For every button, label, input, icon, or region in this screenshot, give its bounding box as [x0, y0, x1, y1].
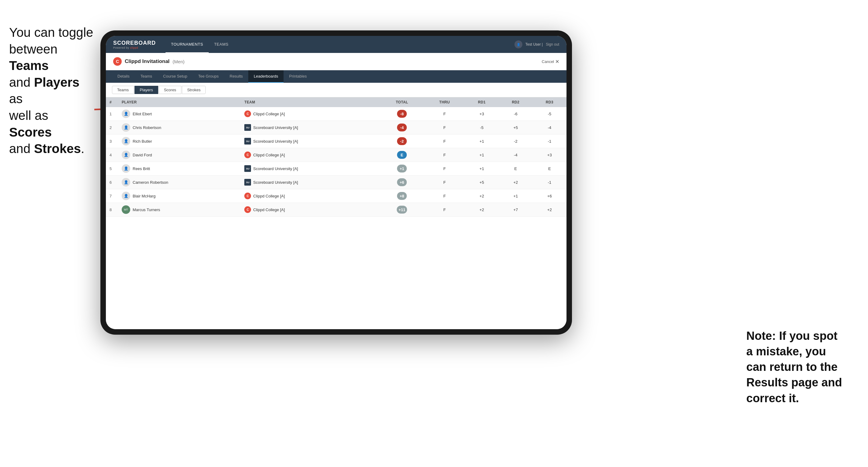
team-cell: C Clippd College [A]: [241, 107, 379, 121]
col-rd1: RD1: [465, 97, 499, 107]
score-badge: +1: [397, 164, 407, 173]
tab-details[interactable]: Details: [112, 70, 135, 83]
team-name: Clippd College [A]: [253, 194, 285, 198]
rd1-cell: +2: [465, 203, 499, 217]
rd3-cell: -1: [533, 134, 566, 148]
player-cell: 👤 Rees Britt: [118, 162, 241, 176]
score-badge: -4: [397, 124, 407, 131]
player-name: Cameron Robertson: [133, 180, 168, 185]
table-row: 6 👤 Cameron Robertson SU Scoreboard Univ…: [106, 176, 566, 189]
total-cell: -4: [380, 121, 425, 134]
table-row: 1 👤 Elliot Ebert C Clippd College [A] -8…: [106, 107, 566, 121]
thru-cell: F: [424, 176, 465, 189]
rd1-cell: -5: [465, 121, 499, 134]
players-table: # PLAYER TEAM TOTAL THRU RD1 RD2 RD3 1 👤…: [106, 97, 566, 217]
team-cell: SU Scoreboard University [A]: [241, 176, 379, 189]
team-name: Clippd College [A]: [253, 208, 285, 212]
thru-cell: F: [424, 189, 465, 203]
player-avatar: 👤: [122, 164, 130, 173]
avatar: 👤: [515, 40, 522, 49]
close-icon: ✕: [555, 59, 559, 64]
player-cell: 👤 Elliot Ebert: [118, 107, 241, 121]
player-name: Marcus Turners: [133, 208, 160, 212]
toggle-strokes[interactable]: Strokes: [182, 86, 206, 94]
rank-cell: 3: [106, 134, 118, 148]
player-cell: 👤 Blair McHarg: [118, 189, 241, 203]
rd1-cell: +1: [465, 148, 499, 162]
rd1-cell: +1: [465, 134, 499, 148]
total-cell: E: [380, 148, 425, 162]
tab-course-setup[interactable]: Course Setup: [158, 70, 193, 83]
rank-cell: 4: [106, 148, 118, 162]
thru-cell: F: [424, 203, 465, 217]
col-rd2: RD2: [499, 97, 532, 107]
thru-cell: F: [424, 121, 465, 134]
team-cell: C Clippd College [A]: [241, 148, 379, 162]
nav-teams[interactable]: TEAMS: [209, 36, 234, 53]
rd3-cell: +6: [533, 189, 566, 203]
team-name: Scoreboard University [A]: [253, 166, 298, 171]
right-annotation: Note: If you spot a mistake, you can ret…: [746, 328, 856, 406]
player-avatar: 👤: [122, 123, 130, 132]
nav-user: 👤 Test User | Sign out: [515, 40, 559, 49]
col-total: TOTAL: [380, 97, 425, 107]
signout-link[interactable]: Sign out: [546, 42, 559, 46]
player-cell: 👤 Chris Robertson: [118, 121, 241, 134]
tab-leaderboards[interactable]: Leaderboards: [248, 70, 284, 83]
tab-tee-groups[interactable]: Tee Groups: [193, 70, 224, 83]
score-badge: +6: [397, 178, 407, 186]
col-rank: #: [106, 97, 118, 107]
left-annotation: You can toggle between Teams and Players…: [9, 24, 94, 157]
total-cell: +6: [380, 176, 425, 189]
nav-tournaments[interactable]: TOURNAMENTS: [165, 36, 209, 53]
player-name: Chris Robertson: [133, 125, 161, 130]
score-badge: -2: [397, 137, 407, 145]
thru-cell: F: [424, 148, 465, 162]
score-badge: +11: [397, 206, 407, 214]
rd1-cell: +2: [465, 189, 499, 203]
leaderboard-table: # PLAYER TEAM TOTAL THRU RD1 RD2 RD3 1 👤…: [106, 97, 566, 329]
col-thru: THRU: [424, 97, 465, 107]
rank-cell: 2: [106, 121, 118, 134]
col-rd3: RD3: [533, 97, 566, 107]
tab-teams[interactable]: Teams: [135, 70, 158, 83]
toggle-teams[interactable]: Teams: [112, 86, 134, 94]
toggle-players[interactable]: Players: [134, 86, 158, 94]
table-row: 3 👤 Rich Butler SU Scoreboard University…: [106, 134, 566, 148]
logo-sub: Powered by clippd: [113, 46, 156, 49]
player-avatar: 👤: [122, 178, 130, 186]
top-nav: SCOREBOARD Powered by clippd TOURNAMENTS…: [106, 36, 566, 53]
logo-area: SCOREBOARD Powered by clippd: [113, 40, 156, 49]
team-logo: C: [244, 206, 251, 213]
tab-printables[interactable]: Printables: [284, 70, 312, 83]
rd3-cell: -1: [533, 176, 566, 189]
team-cell: SU Scoreboard University [A]: [241, 121, 379, 134]
team-name: Scoreboard University [A]: [253, 125, 298, 130]
player-avatar: 👤: [122, 137, 130, 146]
rd3-cell: -4: [533, 121, 566, 134]
table-row: 5 👤 Rees Britt SU Scoreboard University …: [106, 162, 566, 176]
player-cell: MT Marcus Turners: [118, 203, 241, 217]
rank-cell: 7: [106, 189, 118, 203]
player-name: David Ford: [133, 153, 152, 157]
player-name: Elliot Ebert: [133, 112, 152, 116]
col-team: TEAM: [241, 97, 379, 107]
team-name: Scoreboard University [A]: [253, 139, 298, 144]
thru-cell: F: [424, 162, 465, 176]
toggle-scores[interactable]: Scores: [159, 86, 181, 94]
player-cell: 👤 David Ford: [118, 148, 241, 162]
total-cell: -2: [380, 134, 425, 148]
tab-results[interactable]: Results: [224, 70, 248, 83]
logo-text: SCOREBOARD: [113, 40, 156, 46]
tablet-screen: SCOREBOARD Powered by clippd TOURNAMENTS…: [106, 36, 566, 329]
team-name: Clippd College [A]: [253, 153, 285, 157]
cancel-button[interactable]: Cancel ✕: [542, 59, 559, 64]
total-cell: +11: [380, 203, 425, 217]
team-logo: SU: [244, 124, 251, 131]
rank-cell: 6: [106, 176, 118, 189]
team-name: Clippd College [A]: [253, 112, 285, 116]
thru-cell: F: [424, 107, 465, 121]
rd1-cell: +5: [465, 176, 499, 189]
player-cell: 👤 Cameron Robertson: [118, 176, 241, 189]
table-row: 8 MT Marcus Turners C Clippd College [A]…: [106, 203, 566, 217]
